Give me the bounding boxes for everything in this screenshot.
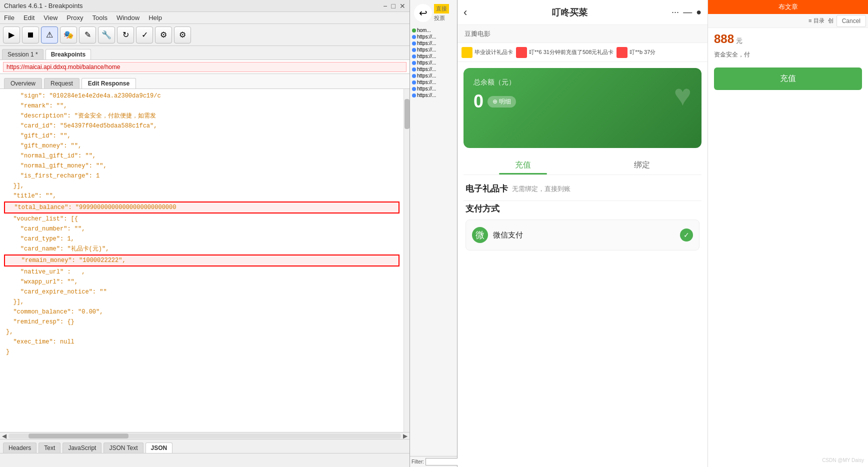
vertical-scrollbar[interactable]: [404, 89, 410, 432]
mobile-app-title: 叮咚买菜: [552, 6, 588, 18]
headers-tab[interactable]: Headers: [3, 442, 36, 453]
overlay-content: 888 元 资金安全，付 充值: [708, 28, 868, 467]
tree-item-10[interactable]: https://...: [411, 92, 456, 98]
toolbar-refresh-btn[interactable]: ↻: [117, 26, 134, 44]
edit-response-tab[interactable]: Edit Response: [82, 78, 136, 88]
tree-item-3[interactable]: https://...: [411, 46, 456, 53]
json-line-remain-money: "remain_money": "1000022222",: [4, 254, 400, 266]
overlay-confirm-btn[interactable]: 充值: [714, 68, 862, 90]
json-line-3: "description": "资金安全，付款便捷，如需发: [0, 111, 404, 121]
separator-1: [464, 200, 702, 201]
toolbar-record-btn[interactable]: ▶: [3, 26, 20, 44]
browser-tab-douban[interactable]: 豆瓣电影: [462, 28, 494, 40]
toolbar-settings2-btn[interactable]: ⚙: [174, 26, 191, 44]
scrollbar-thumb: [404, 99, 410, 129]
direct-btn[interactable]: 直接: [434, 4, 449, 14]
json-line-10: }],: [0, 181, 404, 191]
balance-amount-row: 0 ⊕ 明细: [474, 91, 692, 112]
balance-amount: 0: [474, 91, 484, 112]
payment-section: 支付方式 微 微信支付 ✓: [458, 203, 708, 250]
title-bar-controls: − □ ✕: [383, 2, 406, 10]
text-tab[interactable]: Text: [38, 442, 60, 453]
toolbar-stop-btn[interactable]: ⏹: [22, 26, 39, 44]
circle-mobile-btn[interactable]: ●: [696, 7, 702, 18]
json-line-13: "voucher_list": [{: [0, 214, 404, 224]
json-line-8: "normal_gift_money": "",: [0, 161, 404, 171]
heart-decoration-icon: ♥: [674, 78, 692, 112]
menu-edit[interactable]: Edit: [20, 13, 38, 22]
tree-item-1[interactable]: https://...: [411, 34, 456, 40]
json-text-tab[interactable]: JSON Text: [104, 442, 143, 453]
notif-recharge-1: 叮**6 31分钟前充值了508元礼品卡: [516, 47, 614, 58]
toolbar-edit-btn[interactable]: ✎: [79, 26, 96, 44]
menu-tools[interactable]: Tools: [88, 13, 112, 22]
gift-card-subtitle: 无需绑定，直接到账: [512, 184, 570, 194]
horizontal-scroll[interactable]: ◀ ▶: [0, 432, 410, 439]
menu-proxy[interactable]: Proxy: [62, 13, 87, 22]
notif-red-icon-2: [616, 47, 628, 58]
tree-dot: [412, 42, 416, 46]
notification-bar: 毕业设计礼品卡 叮**6 31分钟前充值了508元礼品卡 叮**b 37分: [458, 43, 708, 62]
tree-item-9[interactable]: https://...: [411, 86, 456, 92]
json-response[interactable]: "sign": "010284e1e4e2de4a.a2300da9c19/c …: [0, 89, 404, 432]
json-line-7: "normal_gift_id": "",: [0, 151, 404, 161]
json-line-16: "card_name": "礼品卡(元)",: [0, 244, 404, 254]
toolbar-throttle-btn[interactable]: 🎭: [60, 26, 77, 44]
tree-item-2[interactable]: https://...: [411, 40, 456, 46]
javascript-tab[interactable]: JavaScript: [62, 442, 102, 453]
json-line-14: "card_number": "",: [0, 224, 404, 234]
maximize-btn[interactable]: □: [392, 2, 396, 10]
menu-file[interactable]: File: [0, 13, 18, 22]
menu-window[interactable]: Window: [112, 13, 144, 22]
browser-icons: ↩ 直接 投票: [410, 0, 457, 26]
json-tab[interactable]: JSON: [146, 442, 173, 453]
tree-item-label: https://...: [417, 54, 436, 59]
tree-item-home[interactable]: hom...: [411, 27, 456, 34]
detail-label: 明细: [499, 98, 511, 106]
tree-item-4[interactable]: https://...: [411, 53, 456, 60]
h-scroll-track[interactable]: [8, 434, 401, 438]
toolbar-check-btn[interactable]: ✓: [136, 26, 153, 44]
balance-detail-btn[interactable]: ⊕ 明细: [488, 96, 516, 108]
toolbar-tools-btn[interactable]: 🔧: [98, 26, 115, 44]
menu-help[interactable]: Help: [144, 13, 166, 22]
payment-option-wechat[interactable]: 微 微信支付 ✓: [466, 220, 700, 250]
json-line-19: "wxapp_url": "",: [0, 277, 404, 287]
json-line-26: }: [0, 347, 404, 357]
request-url[interactable]: https://maicai.api.ddxq.mobi/balance/hom…: [3, 62, 406, 72]
tree-item-label: https://...: [417, 92, 436, 98]
minimize-btn[interactable]: −: [383, 2, 387, 10]
json-line-1: "sign": "010284e1e4e2de4a.a2300da9c19/c: [0, 91, 404, 101]
toolbar-breakpoint-btn[interactable]: ⚠: [41, 26, 58, 44]
bottom-tabs: Headers Text JavaScript JSON Text JSON: [0, 439, 410, 453]
session-tab-1[interactable]: Session 1 *: [2, 49, 44, 60]
tree-item-label: https://...: [417, 73, 436, 78]
menu-view[interactable]: View: [40, 13, 62, 22]
tree-dot: [412, 35, 416, 39]
more-dots-btn[interactable]: ···: [672, 7, 679, 18]
overlay-cancel-btn[interactable]: Cancel: [836, 15, 866, 27]
recharge-tab[interactable]: 充值: [464, 154, 582, 174]
close-btn[interactable]: ✕: [400, 2, 406, 10]
tree-item-label: https://...: [417, 66, 436, 72]
json-line-6: "gift_money": "",: [0, 141, 404, 151]
tree-dot: [412, 94, 416, 98]
network-tree[interactable]: hom... https://... https://... https://.…: [410, 26, 457, 456]
toolbar-settings-btn[interactable]: ⚙: [155, 26, 172, 44]
mobile-top-bar: ‹ 叮咚买菜 ··· — ●: [458, 0, 708, 25]
request-tab[interactable]: Request: [44, 78, 80, 88]
minimize-mobile-btn[interactable]: —: [683, 7, 692, 18]
wechat-pay-icon: 微: [472, 227, 488, 243]
tree-item-8[interactable]: https://...: [411, 79, 456, 86]
overview-tab[interactable]: Overview: [4, 78, 42, 88]
tree-item-6[interactable]: https://...: [411, 66, 456, 72]
tree-item-7[interactable]: https://...: [411, 72, 456, 79]
tree-item-label: https://...: [417, 40, 436, 46]
bind-tab[interactable]: 绑定: [582, 154, 702, 174]
back-history-btn[interactable]: ↩: [414, 4, 432, 22]
json-line-9: "is_first_recharge": 1: [0, 171, 404, 181]
mobile-back-btn[interactable]: ‹: [464, 6, 467, 19]
breakpoints-tab[interactable]: Breakpoints: [46, 49, 91, 60]
json-line-22: "common_balance": "0.00",: [0, 307, 404, 317]
tree-item-5[interactable]: https://...: [411, 60, 456, 66]
